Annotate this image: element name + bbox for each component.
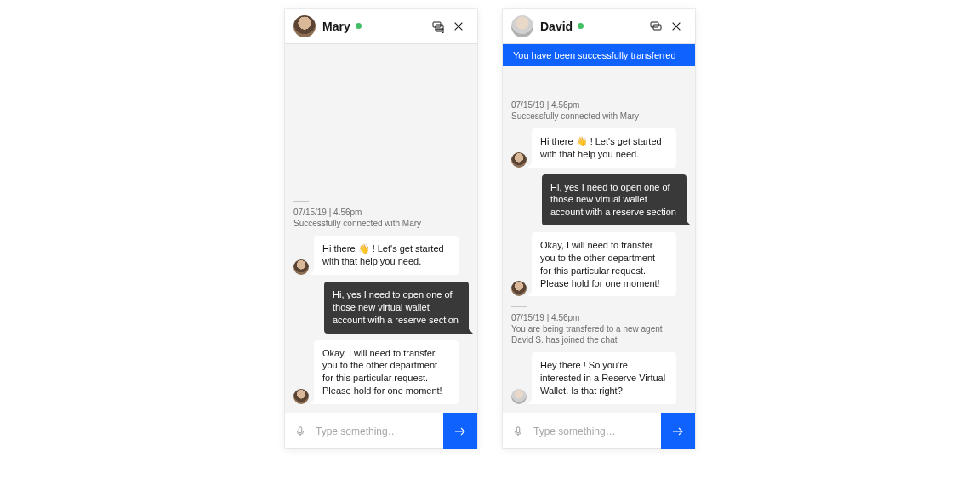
transcript-icon[interactable] <box>428 16 448 37</box>
meta-text: Successfully connected with Mary <box>511 111 687 122</box>
status-online-icon <box>356 23 362 29</box>
agent-message: Hi there 👋 ! Let's get started with that… <box>532 128 676 168</box>
chat-header: David <box>503 9 695 44</box>
agent-avatar <box>293 15 316 37</box>
message-row: Hi, yes I need to open one of those new … <box>293 282 469 334</box>
agent-avatar-small <box>511 281 527 296</box>
chat-body: 07/15/19 | 4.56pm Successfully connected… <box>285 44 477 413</box>
agent-avatar <box>511 15 533 37</box>
meta-block: 07/15/19 | 4.56pm You are being transfer… <box>511 306 687 345</box>
agent-avatar-small <box>511 152 527 168</box>
meta-timestamp: 07/15/19 | 4.56pm <box>293 207 469 218</box>
agent-message: Hi there 👋 ! Let's get started with that… <box>314 236 459 275</box>
message-row: Okay, I will need to transfer you to the… <box>511 232 687 296</box>
meta-text: You are being transfered to a new agent <box>511 323 687 334</box>
svg-rect-4 <box>299 426 302 432</box>
status-online-icon <box>578 23 584 29</box>
message-row: Hi, yes I need to open one of those new … <box>511 174 687 226</box>
meta-text: Successfully connected with Mary <box>293 218 469 229</box>
meta-text: David S. has joined the chat <box>511 334 687 345</box>
send-button[interactable] <box>661 413 695 449</box>
meta-block: 07/15/19 | 4.56pm Successfully connected… <box>293 201 469 229</box>
message-input[interactable] <box>533 425 661 437</box>
chat-body: 07/15/19 | 4.56pm Successfully connected… <box>503 66 695 413</box>
meta-timestamp: 07/15/19 | 4.56pm <box>511 312 687 323</box>
agent-avatar-small <box>293 389 309 404</box>
meta-timestamp: 07/15/19 | 4.56pm <box>511 100 687 111</box>
chat-input-bar <box>503 413 695 448</box>
user-message: Hi, yes I need to open one of those new … <box>542 174 687 226</box>
agent-message: Hey there ! So you're interested in a Re… <box>532 352 676 404</box>
close-icon[interactable] <box>448 16 469 37</box>
agent-avatar-small <box>293 259 309 275</box>
close-icon[interactable] <box>666 16 687 37</box>
microphone-icon[interactable] <box>503 425 533 437</box>
chat-window-mary: Mary 07/15/19 | 4.56pm Successfully conn… <box>285 9 477 448</box>
meta-block: 07/15/19 | 4.56pm Successfully connected… <box>511 94 687 122</box>
microphone-icon[interactable] <box>285 425 316 437</box>
agent-name: David <box>540 20 573 33</box>
chat-input-bar <box>285 413 477 448</box>
message-row: Okay, I will need to transfer you to the… <box>293 340 469 404</box>
transcript-icon[interactable] <box>646 16 666 37</box>
agent-avatar-small <box>511 389 527 404</box>
svg-rect-11 <box>516 426 520 432</box>
message-row: Hi there 👋 ! Let's get started with that… <box>511 128 687 168</box>
agent-message: Okay, I will need to transfer you to the… <box>314 340 459 404</box>
agent-name: Mary <box>322 20 350 33</box>
send-button[interactable] <box>443 413 477 449</box>
chat-window-david: David You have been successfully transfe… <box>503 9 695 448</box>
chat-header: Mary <box>285 9 477 44</box>
message-row: Hey there ! So you're interested in a Re… <box>511 352 687 404</box>
message-row: Hi there 👋 ! Let's get started with that… <box>293 236 469 275</box>
user-message: Hi, yes I need to open one of those new … <box>324 282 469 334</box>
message-input[interactable] <box>316 425 443 437</box>
agent-message: Okay, I will need to transfer you to the… <box>532 232 676 296</box>
transfer-banner: You have been successfully transferred <box>503 44 695 66</box>
